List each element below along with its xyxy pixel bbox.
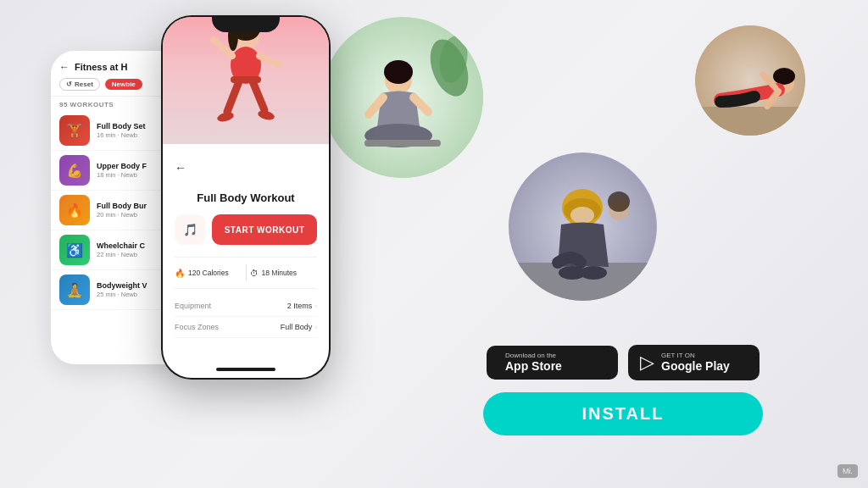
cta-section: Download on the App Store ▷ GET IT ON Go…: [483, 345, 763, 435]
store-buttons: Download on the App Store ▷ GET IT ON Go…: [487, 345, 760, 380]
stats-row: 🔥 120 Calories ⏱ 18 Minutes: [175, 257, 317, 289]
phone-home-bar: [216, 368, 275, 371]
circle-photo-helmet: [509, 152, 657, 301]
google-play-button[interactable]: ▷ GET IT ON Google Play: [628, 345, 760, 380]
back-phone-header-title: Fitness at H: [75, 62, 127, 72]
workout-card-title: Full Body Workout: [175, 191, 317, 204]
start-workout-button[interactable]: START WORKOUT: [212, 214, 317, 245]
chevron-right-icon-2: ›: [314, 324, 317, 331]
google-play-main: Google Play: [661, 359, 730, 374]
equipment-value: 2 Items ›: [287, 302, 317, 310]
workout-thumb: 🔥: [59, 195, 90, 225]
workout-thumb: ♿: [59, 235, 90, 265]
google-play-sub: GET IT ON: [661, 352, 730, 359]
reset-icon: ↺: [66, 80, 72, 88]
app-store-main: App Store: [505, 359, 562, 374]
focus-value: Full Body ›: [281, 323, 317, 331]
fire-icon: 🔥: [175, 269, 185, 278]
minutes-stat: ⏱ 18 Minutes: [250, 269, 318, 278]
equipment-label: Equipment: [175, 302, 211, 310]
phone-main: ← Full Body Workout 🎵 START WORKOUT 🔥 12…: [161, 15, 331, 380]
svg-line-5: [259, 56, 280, 65]
play-icon: ▷: [640, 352, 654, 374]
svg-point-26: [580, 266, 607, 280]
svg-point-24: [570, 207, 594, 224]
hero-figure-svg: [195, 19, 297, 144]
svg-line-7: [253, 81, 264, 110]
reset-button[interactable]: ↺ Reset: [59, 78, 100, 91]
main-phone-back-arrow[interactable]: ←: [175, 161, 186, 175]
circle-photo-sideplank: [695, 25, 805, 136]
music-button[interactable]: 🎵: [175, 214, 205, 245]
watermark: Mi.: [837, 464, 858, 478]
app-store-sub: Download on the: [505, 352, 562, 359]
svg-rect-10: [231, 76, 261, 83]
app-store-button[interactable]: Download on the App Store: [487, 346, 618, 380]
svg-point-28: [608, 191, 630, 212]
install-button[interactable]: INSTALL: [483, 392, 763, 435]
phone-main-header: ←: [163, 144, 329, 181]
install-button-text: INSTALL: [582, 404, 665, 423]
hero-image: [163, 17, 329, 144]
workout-thumb: 🧘: [59, 274, 90, 305]
workout-thumb: 💪: [59, 155, 90, 186]
workout-card-body: Full Body Workout 🎵 START WORKOUT 🔥 120 …: [163, 181, 329, 348]
svg-line-6: [227, 81, 239, 112]
svg-rect-17: [364, 140, 441, 147]
svg-point-32: [773, 68, 795, 85]
workout-actions: 🎵 START WORKOUT: [175, 214, 317, 245]
back-arrow-icon: ←: [59, 61, 70, 73]
focus-zones-row[interactable]: Focus Zones Full Body ›: [175, 317, 317, 338]
app-store-text: Download on the App Store: [505, 352, 562, 374]
chevron-right-icon: ›: [314, 302, 317, 310]
phone-notch: [212, 17, 280, 32]
svg-point-15: [384, 60, 413, 84]
focus-label: Focus Zones: [175, 323, 219, 331]
stat-divider: [246, 264, 247, 281]
google-play-text: GET IT ON Google Play: [661, 352, 730, 374]
workout-thumb: 🏋️: [59, 115, 90, 146]
clock-icon: ⏱: [250, 269, 259, 278]
newbie-badge: Newbie: [105, 79, 142, 90]
equipment-row[interactable]: Equipment 2 Items ›: [175, 296, 317, 317]
circle-photo-yoga: [322, 17, 483, 178]
calories-stat: 🔥 120 Calories: [175, 269, 242, 278]
